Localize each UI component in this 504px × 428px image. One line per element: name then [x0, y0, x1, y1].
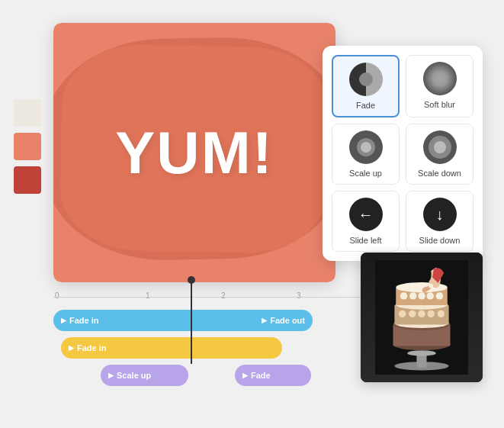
slidedown-icon: ↓ [423, 198, 457, 231]
anim-item-fade[interactable]: Fade [332, 55, 400, 117]
slide-yum-text: YUM! [115, 118, 273, 188]
playhead-circle [188, 276, 195, 284]
svg-point-13 [438, 311, 445, 317]
softblur-icon [423, 62, 457, 95]
scaleup-icon [349, 130, 383, 164]
anim-scaleup-label: Scale up [349, 169, 382, 178]
anim-item-slidedown[interactable]: ↓ Slide down [406, 191, 474, 252]
timeline-tracks: ▶ Fade in ▶ Fade out ▶ Fade in [53, 309, 374, 387]
anim-item-softblur[interactable]: Soft blur [406, 55, 474, 117]
track2-start-icon: ▶ [69, 344, 74, 352]
track2-start-label: ▶ Fade in [69, 343, 107, 352]
anim-scaledown-label: Scale down [418, 169, 461, 178]
svg-point-11 [418, 311, 425, 317]
svg-point-12 [428, 311, 435, 317]
track-bar-orange[interactable]: ▶ Fade in [61, 337, 282, 359]
track-bar-purple-scale[interactable]: ▶ Scale up [101, 365, 188, 386]
anim-item-slideleft[interactable]: ← Slide left [332, 191, 400, 252]
svg-point-17 [409, 292, 416, 299]
anim-softblur-label: Soft blur [424, 100, 455, 109]
cake-svg [372, 260, 471, 375]
track-bar-purple-fade[interactable]: ▶ Fade [235, 365, 311, 386]
timeline-playhead[interactable] [191, 280, 192, 364]
track1-end-label: ▶ Fade out [262, 316, 305, 325]
timeline-area: 0 1 2 3 ▶ Fade in [53, 286, 374, 387]
track3a-label: ▶ Scale up [108, 371, 151, 380]
color-swatches [14, 99, 41, 194]
svg-point-9 [399, 311, 406, 317]
svg-point-20 [436, 292, 443, 299]
svg-point-3 [407, 350, 436, 356]
svg-point-22 [429, 284, 433, 288]
track-row-2: ▶ Fade in [53, 336, 374, 359]
track1-end-icon: ▶ [262, 317, 267, 324]
track3b-icon: ▶ [242, 372, 248, 379]
anim-slideleft-label: Slide left [349, 236, 381, 245]
anim-item-scaledown[interactable]: Scale down [406, 124, 474, 185]
cake-image [361, 253, 483, 382]
anim-slidedown-label: Slide down [419, 236, 461, 245]
main-container: YUM! 0 1 2 3 [0, 0, 504, 428]
slideleft-icon: ← [349, 198, 383, 231]
track1-start-icon: ▶ [61, 317, 66, 324]
scaledown-icon [423, 130, 457, 164]
swatch-cream[interactable] [14, 99, 41, 127]
svg-point-18 [418, 292, 425, 299]
track-row-1: ▶ Fade in ▶ Fade out [53, 309, 374, 332]
fade-icon [349, 63, 383, 96]
track3b-label: ▶ Fade [242, 371, 271, 380]
slide-canvas: YUM! [53, 23, 335, 282]
swatch-salmon[interactable] [14, 133, 41, 160]
anim-item-scaleup[interactable]: Scale up [332, 124, 400, 185]
svg-point-19 [427, 292, 434, 299]
track1-start-label: ▶ Fade in [61, 316, 99, 325]
animation-grid: Fade Soft blur Scale up [332, 55, 474, 252]
timeline-ruler: 0 1 2 3 [53, 286, 374, 304]
svg-point-16 [400, 292, 407, 299]
track-row-3: ▶ Scale up ▶ Fade [53, 364, 374, 387]
track3a-icon: ▶ [108, 372, 114, 379]
anim-fade-label: Fade [356, 101, 375, 110]
cake-visual [361, 253, 483, 382]
track-bar-blue[interactable]: ▶ Fade in ▶ Fade out [53, 310, 313, 331]
animation-panel: Fade Soft blur Scale up [323, 46, 483, 261]
swatch-red[interactable] [14, 166, 41, 194]
svg-point-10 [409, 311, 416, 317]
